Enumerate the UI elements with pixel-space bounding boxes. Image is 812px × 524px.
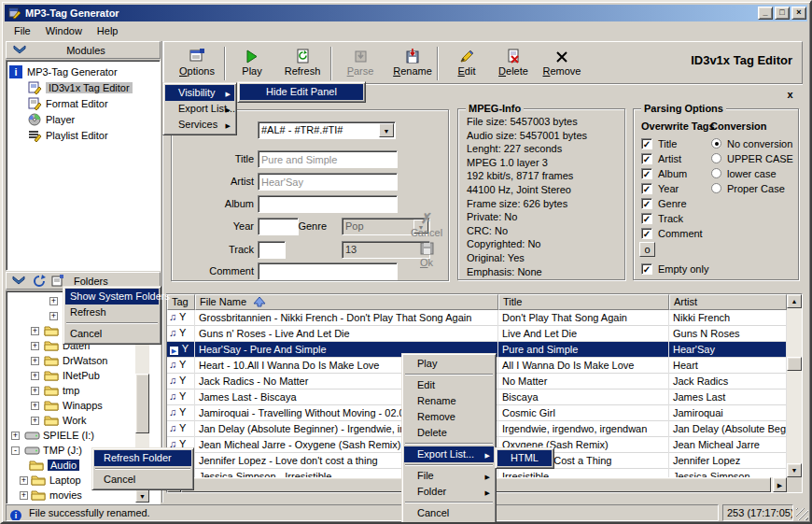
menu-item-file[interactable]: File▶ xyxy=(404,468,494,484)
column-header-tag[interactable]: Tag xyxy=(167,294,195,310)
modules-header[interactable]: Modules xyxy=(6,41,161,59)
column-header-artist[interactable]: Artist xyxy=(669,294,787,310)
module-item-id3-editor[interactable]: ID3v1x Tag Editor xyxy=(9,79,160,95)
menu-item-refresh-folder[interactable]: Refresh Folder xyxy=(94,450,191,466)
artist-field[interactable] xyxy=(258,173,398,191)
refresh-button[interactable]: Refresh xyxy=(278,45,327,82)
menu-item-play[interactable]: Play xyxy=(404,356,494,372)
checkbox-album[interactable]: ✓Album xyxy=(641,167,687,179)
delete-button[interactable]: Delete xyxy=(489,45,538,82)
menu-file[interactable]: File xyxy=(7,23,37,38)
radio-icon xyxy=(711,153,721,163)
refresh-folders-icon[interactable] xyxy=(33,275,46,287)
menu-window[interactable]: Window xyxy=(39,23,89,38)
options-button[interactable]: Options xyxy=(173,45,221,82)
scrollbar-thumb[interactable] xyxy=(787,357,802,371)
minimize-button[interactable]: _ xyxy=(758,7,773,20)
title-field[interactable] xyxy=(258,150,398,168)
menu-item-cancel[interactable]: Cancel xyxy=(65,326,159,342)
edit-button[interactable]: Edit xyxy=(442,45,491,82)
menu-item-edit[interactable]: Edit xyxy=(404,377,494,393)
radio-proper-case[interactable]: Proper Case xyxy=(711,182,785,194)
checkbox-track[interactable]: ✓Track xyxy=(641,212,683,224)
menu-item-cancel[interactable]: Cancel xyxy=(94,472,191,488)
rename-button[interactable]: Rename xyxy=(388,45,437,82)
menu-item-folder[interactable]: Folder▶ xyxy=(404,484,494,500)
parse-button[interactable]: Parse xyxy=(336,45,385,82)
checkbox-artist[interactable]: ✓Artist xyxy=(641,152,681,164)
module-item-root[interactable]: i MP3-Tag Generator xyxy=(9,64,160,79)
column-header-title[interactable]: Title xyxy=(498,294,669,310)
mpeg-info-line: Original: Yes xyxy=(467,251,624,265)
maximize-button[interactable]: □ xyxy=(775,7,790,20)
module-item-format-editor[interactable]: Format Editor xyxy=(9,95,160,111)
mpeg-info-line: CRC: No xyxy=(467,224,624,238)
table-vscrollbar[interactable] xyxy=(787,294,802,477)
scroll-down-arrow[interactable]: ▼ xyxy=(135,489,149,503)
title-bar[interactable]: MP3-Tag Generator _ □ × xyxy=(5,5,807,21)
submenu-arrow-icon: ▶ xyxy=(485,469,490,485)
menu-item-hide-edit-panel[interactable]: Hide Edit Panel xyxy=(240,84,363,100)
menu-item-services[interactable]: Services▶ xyxy=(165,117,234,133)
menu-item-html[interactable]: HTML xyxy=(497,450,552,466)
drive-icon xyxy=(24,446,40,456)
menu-item-visibility[interactable]: Visibility▶ xyxy=(165,85,234,101)
edit-panel-close-icon[interactable]: x xyxy=(783,89,797,102)
checkbox-empty-only[interactable]: ✓Empty only xyxy=(641,262,708,275)
radio-upper-case[interactable]: UPPER CASE xyxy=(711,152,793,164)
folder-icon xyxy=(44,400,59,411)
table-row[interactable]: ♫ YGrossbritannien - Nikki French - Don'… xyxy=(167,310,787,326)
title-cell: Irgendwie, irgendwo, irgendwan xyxy=(498,421,669,437)
radio-no-conversion[interactable]: No conversion xyxy=(711,137,792,149)
column-header-filename[interactable]: File Name xyxy=(195,294,498,310)
module-label: ID3v1x Tag Editor xyxy=(46,82,133,93)
table-row[interactable]: ♫ YGuns n' Roses - Live And Let DieLive … xyxy=(167,326,787,342)
title-cell: Don't Play That Song Again xyxy=(498,310,669,326)
title-cell: Biscaya xyxy=(498,389,669,405)
module-label: MP3-Tag Generator xyxy=(27,66,118,78)
mpeg-info-title: MPEG-Info xyxy=(466,103,524,114)
menu-item-remove[interactable]: Remove xyxy=(404,409,494,425)
resize-grip[interactable] xyxy=(796,508,808,520)
toolbar-separator xyxy=(437,47,439,80)
comment-field[interactable] xyxy=(258,262,398,280)
checkbox-year[interactable]: ✓Year xyxy=(641,182,679,194)
menu-item-export-list[interactable]: Export List...▶ xyxy=(404,446,494,462)
scroll-right-arrow[interactable]: ▶ xyxy=(773,477,787,492)
track-label: Track xyxy=(175,244,254,255)
album-label: Album xyxy=(175,198,254,209)
folder-icon xyxy=(44,340,59,351)
play-button[interactable]: Play xyxy=(228,45,276,82)
menu-item-cancel[interactable]: Cancel xyxy=(404,505,494,521)
chevron-down-icon[interactable]: ▼ xyxy=(379,123,394,137)
remove-button[interactable]: Remove xyxy=(538,45,586,82)
mpeg-info-line: Frame size: 626 bytes xyxy=(467,197,624,211)
checkbox-comment[interactable]: ✓Comment xyxy=(641,227,703,239)
close-button[interactable]: × xyxy=(791,7,806,20)
artist-cell: Hear'Say xyxy=(669,342,787,358)
artist-cell: Jean Micheal Jarre xyxy=(669,437,787,453)
menu-item-show-system-folders[interactable]: Show System Folders xyxy=(65,289,159,304)
tag-cell: ♫ Y xyxy=(167,374,195,389)
format-combo[interactable]: #AL# - #TR#.#TI# ▼ xyxy=(258,121,396,139)
radio-lower-case[interactable]: lower case xyxy=(711,167,777,179)
module-item-player[interactable]: Player xyxy=(9,111,160,127)
scroll-up-arrow[interactable]: ▲ xyxy=(787,294,802,308)
menu-item-export-list[interactable]: Export List...▶ xyxy=(165,101,234,117)
cancel-button[interactable]: ✗ Cancel xyxy=(408,210,445,238)
scrollbar-thumb[interactable] xyxy=(135,374,149,433)
scroll-down-arrow[interactable]: ▼ xyxy=(787,463,802,477)
menu-item-delete[interactable]: Delete xyxy=(404,425,494,441)
menu-help[interactable]: Help xyxy=(91,23,125,38)
artist-cell: Jack Radics xyxy=(669,374,787,389)
track-field[interactable] xyxy=(258,241,286,259)
album-field[interactable] xyxy=(258,195,398,213)
menu-item-refresh[interactable]: Refresh xyxy=(65,304,159,320)
o-button[interactable]: o xyxy=(639,242,655,257)
menu-item-rename[interactable]: Rename xyxy=(404,393,494,409)
folder-label: Laptop xyxy=(49,474,81,486)
module-item-playlist-editor[interactable]: Playlist Editor xyxy=(9,127,160,143)
checkbox-genre[interactable]: ✓Genre xyxy=(641,197,687,209)
checkbox-title[interactable]: ✓Title xyxy=(641,137,677,149)
ok-button[interactable]: Ok xyxy=(408,242,445,268)
